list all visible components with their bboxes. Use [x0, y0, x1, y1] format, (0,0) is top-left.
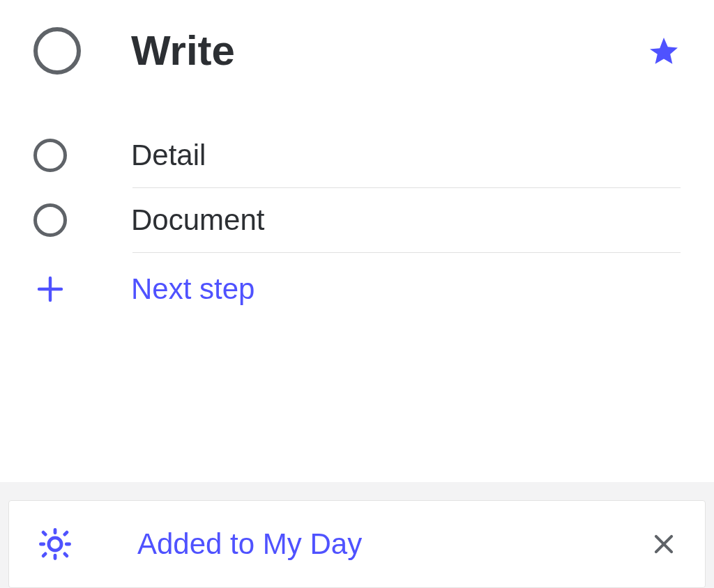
- my-day-label: Added to My Day: [137, 527, 651, 561]
- step-label[interactable]: Detail: [131, 139, 681, 172]
- task-complete-checkbox[interactable]: [33, 27, 81, 75]
- plus-icon: [33, 272, 67, 306]
- task-header: Write: [0, 0, 714, 88]
- svg-line-6: [65, 554, 67, 556]
- steps-list: Detail Document: [0, 88, 714, 253]
- star-icon[interactable]: [647, 34, 681, 68]
- add-next-step-button[interactable]: Next step: [0, 253, 714, 325]
- svg-line-9: [43, 554, 45, 556]
- step-item[interactable]: Document: [33, 188, 681, 252]
- step-item[interactable]: Detail: [33, 123, 681, 187]
- step-checkbox[interactable]: [33, 139, 67, 172]
- task-title[interactable]: Write: [131, 26, 647, 75]
- bottom-section: Added to My Day: [0, 482, 714, 588]
- sun-icon: [37, 526, 73, 562]
- svg-line-10: [65, 532, 67, 534]
- step-checkbox[interactable]: [33, 203, 67, 237]
- close-icon[interactable]: [651, 531, 677, 557]
- step-label[interactable]: Document: [131, 203, 681, 237]
- next-step-label: Next step: [131, 272, 255, 306]
- svg-line-5: [43, 532, 45, 534]
- my-day-card[interactable]: Added to My Day: [8, 500, 706, 588]
- svg-point-2: [49, 538, 61, 550]
